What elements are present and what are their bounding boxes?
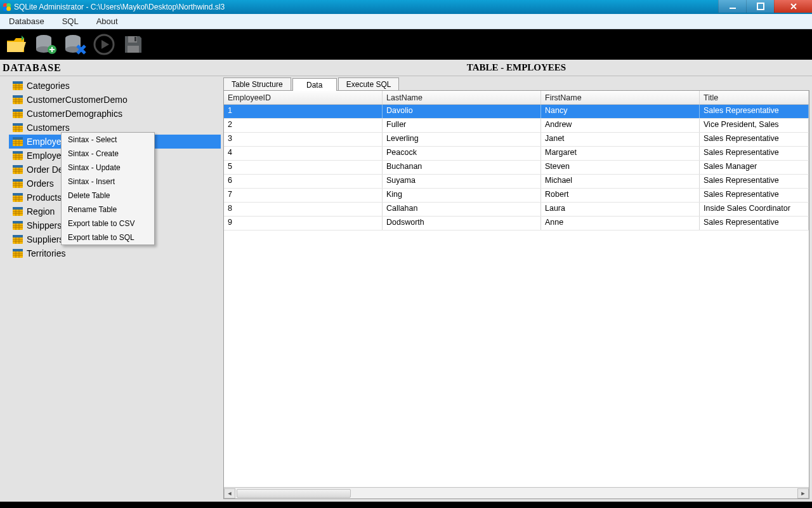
table-cell: Sales Representative: [700, 175, 809, 188]
data-grid: EmployeeIDLastNameFirstNameTitle 1Davoli…: [223, 90, 809, 499]
svg-rect-90: [13, 249, 23, 251]
content-panel: Table StructureDataExecute SQL EmployeeI…: [221, 76, 812, 502]
table-icon: [13, 179, 23, 188]
table-icon: [13, 137, 23, 146]
scroll-thumb[interactable]: [237, 489, 351, 498]
svg-rect-54: [13, 165, 23, 168]
tabs: Table StructureDataExecute SQL: [223, 77, 809, 90]
tree-item[interactable]: Territories: [9, 246, 221, 260]
table-cell: Sales Representative: [700, 133, 809, 146]
tree-item-label: Customers: [27, 123, 70, 133]
table-cell: Steven: [541, 161, 700, 174]
table-cell: Sales Representative: [700, 189, 809, 202]
table-icon: [13, 95, 23, 104]
tree-item-label: CustomerCustomerDemo: [27, 95, 128, 105]
run-query-button[interactable]: [91, 32, 117, 57]
tab[interactable]: Execute SQL: [338, 77, 400, 90]
tree-item-label: Shippers: [27, 220, 62, 231]
table-cell: Sales Manager: [700, 161, 809, 174]
toolbar: [0, 29, 812, 60]
panel-header: TABLE - EMPLOYEES: [221, 60, 812, 76]
window-titlebar: SQLite Administrator - C:\Users\Maykol\D…: [0, 0, 812, 14]
menubar: Database SQL About: [0, 14, 812, 29]
table-cell: Robert: [541, 189, 700, 202]
table-row[interactable]: 8CallahanLauraInside Sales Coordinator: [224, 203, 809, 217]
table-cell: Callahan: [383, 203, 541, 216]
table-cell: Dodsworth: [383, 217, 541, 230]
context-menu-item[interactable]: Sintax - Select: [62, 133, 154, 147]
tree-item[interactable]: Categories: [9, 79, 221, 93]
tree-item-label: Categories: [27, 81, 70, 91]
tree-item[interactable]: CustomerCustomerDemo: [9, 93, 221, 107]
context-menu-item[interactable]: Delete Table: [62, 189, 154, 203]
menu-about[interactable]: About: [88, 15, 127, 28]
context-menu-item[interactable]: Sintax - Create: [62, 147, 154, 161]
context-menu-item[interactable]: Export table to SQL: [62, 231, 154, 244]
table-icon: [13, 249, 23, 258]
table-row[interactable]: 2FullerAndrewVice President, Sales: [224, 119, 809, 133]
table-cell: Buchanan: [383, 161, 541, 174]
table-row[interactable]: 6SuyamaMichaelSales Representative: [224, 175, 809, 189]
sidebar: CategoriesCustomerCustomerDemoCustomerDe…: [0, 76, 221, 502]
table-row[interactable]: 1DavolioNancySales Representative: [224, 105, 809, 119]
context-menu[interactable]: Sintax - SelectSintax - CreateSintax - U…: [61, 132, 155, 245]
table-cell: Vice President, Sales: [700, 119, 809, 132]
tree-item-label: CustomerDemographics: [27, 109, 122, 119]
table-icon: [13, 207, 23, 216]
svg-point-3: [6, 6, 11, 11]
table-icon: [13, 221, 23, 230]
table-row[interactable]: 9DodsworthAnneSales Representative: [224, 217, 809, 231]
menu-database[interactable]: Database: [0, 15, 53, 28]
close-button[interactable]: [774, 0, 812, 13]
table-cell: Fuller: [383, 119, 541, 132]
open-db-button[interactable]: [4, 32, 29, 57]
table-row[interactable]: 3LeverlingJanetSales Representative: [224, 133, 809, 147]
tab[interactable]: Table Structure: [223, 77, 291, 90]
tree-item-label: Suppliers: [27, 234, 63, 244]
column-header[interactable]: FirstName: [541, 91, 700, 104]
svg-rect-60: [13, 179, 23, 182]
column-header[interactable]: Title: [700, 91, 809, 104]
table-cell: Nancy: [541, 105, 700, 118]
table-cell: 8: [224, 203, 383, 216]
context-menu-item[interactable]: Rename Table: [62, 203, 154, 217]
table-icon: [13, 165, 23, 174]
table-row[interactable]: 5BuchananStevenSales Manager: [224, 161, 809, 175]
svg-rect-42: [13, 137, 23, 140]
table-cell: King: [383, 189, 541, 202]
tree-item[interactable]: CustomerDemographics: [9, 107, 221, 121]
delete-db-button[interactable]: [62, 32, 88, 57]
table-row[interactable]: 4PeacockMargaretSales Representative: [224, 147, 809, 161]
table-cell: Sales Representative: [700, 105, 809, 118]
column-header[interactable]: LastName: [383, 91, 541, 104]
menu-sql[interactable]: SQL: [53, 15, 88, 28]
svg-rect-72: [13, 207, 23, 210]
table-row[interactable]: 7KingRobertSales Representative: [224, 189, 809, 203]
maximize-button[interactable]: [746, 0, 774, 13]
scroll-left-arrow-icon[interactable]: ◄: [224, 488, 235, 498]
tab[interactable]: Data: [292, 78, 337, 91]
context-menu-item[interactable]: Export table to CSV: [62, 217, 154, 231]
table-cell: 4: [224, 147, 383, 160]
save-button[interactable]: [121, 32, 146, 57]
table-cell: Sales Representative: [700, 217, 809, 230]
table-cell: 1: [224, 105, 383, 118]
tree-item-label: Products: [27, 192, 62, 203]
context-menu-item[interactable]: Sintax - Update: [62, 161, 154, 175]
svg-rect-4: [730, 8, 736, 9]
table-icon: [13, 81, 23, 90]
horizontal-scrollbar[interactable]: ◄ ►: [224, 487, 809, 498]
tree-item-label: Territories: [27, 248, 65, 258]
table-cell: Anne: [541, 217, 700, 230]
bottom-bar: [0, 502, 812, 508]
column-header[interactable]: EmployeeID: [224, 91, 383, 104]
context-menu-item[interactable]: Sintax - Insert: [62, 175, 154, 189]
table-cell: 7: [224, 189, 383, 202]
svg-rect-84: [13, 235, 23, 237]
table-cell: Margaret: [541, 147, 700, 160]
scroll-right-arrow-icon[interactable]: ►: [797, 488, 809, 498]
add-db-button[interactable]: [33, 32, 58, 57]
minimize-button[interactable]: [718, 0, 746, 13]
svg-rect-66: [13, 193, 23, 196]
table-cell: Michael: [541, 175, 700, 188]
